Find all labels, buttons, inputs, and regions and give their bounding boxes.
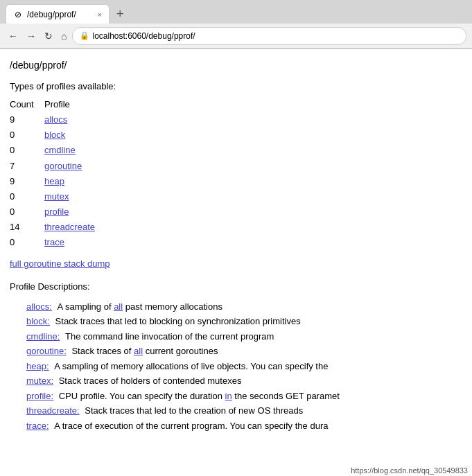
profile-count-heap: 9 xyxy=(10,174,44,189)
profile-count-cmdline: 0 xyxy=(10,143,44,158)
home-button[interactable]: ⌂ xyxy=(58,29,69,43)
desc-text-trace: A trace of execution of the current prog… xyxy=(54,421,328,431)
profile-count-threadcreate: 14 xyxy=(10,220,44,235)
types-heading: Types of profiles available: xyxy=(10,80,462,94)
forward-button[interactable]: → xyxy=(24,29,39,43)
page-title: /debug/pprof/ xyxy=(10,58,462,73)
table-row: 0 profile xyxy=(10,204,462,220)
table-row: 0 block xyxy=(10,127,462,143)
list-item: cmdline: The command line invocation of … xyxy=(26,330,462,344)
profile-count-allocs: 9 xyxy=(10,112,44,127)
tab-bar: ⊘ /debug/pprof/ × + xyxy=(0,0,472,24)
address-text: localhost:6060/debug/pprof/ xyxy=(92,31,195,41)
desc-name-heap[interactable]: heap: xyxy=(26,361,49,371)
profile-count-block: 0 xyxy=(10,127,44,143)
desc-text-threadcreate: Stack traces that led to the creation of… xyxy=(85,405,303,416)
table-row: 7 goroutine xyxy=(10,159,462,174)
desc-text-allocs: A sampling of all past memory allocation… xyxy=(57,301,222,312)
address-bar[interactable]: 🔒 localhost:6060/debug/pprof/ xyxy=(72,27,466,45)
profiles-table: Count Profile 9 allocs 0 block 0 cmdline… xyxy=(10,97,462,250)
profile-count-goroutine: 7 xyxy=(10,159,44,174)
tab-title: /debug/pprof/ xyxy=(27,10,76,19)
active-tab[interactable]: ⊘ /debug/pprof/ × xyxy=(6,4,110,24)
browser-chrome: ⊘ /debug/pprof/ × + ← → ↻ ⌂ 🔒 localhost:… xyxy=(0,0,472,49)
profile-count-profile: 0 xyxy=(10,204,44,220)
list-item: threadcreate: Stack traces that led to t… xyxy=(26,404,462,418)
desc-text-goroutine: Stack traces of all current goroutines xyxy=(71,346,218,356)
desc-text-profile: CPU profile. You can specify the duratio… xyxy=(59,391,340,401)
page-content: /debug/pprof/ Types of profiles availabl… xyxy=(0,49,472,442)
list-item: goroutine: Stack traces of all current g… xyxy=(26,344,462,358)
desc-text-heap: A sampling of memory allocations of live… xyxy=(54,361,328,371)
desc-text-block: Stack traces that led to blocking on syn… xyxy=(55,316,301,326)
desc-name-block[interactable]: block: xyxy=(26,316,50,326)
table-row: 9 heap xyxy=(10,174,462,189)
list-item: profile: CPU profile. You can specify th… xyxy=(26,389,462,403)
list-item: block: Stack traces that led to blocking… xyxy=(26,315,462,328)
count-header: Count xyxy=(10,97,44,112)
table-row: 0 cmdline xyxy=(10,143,462,158)
profile-link-cmdline[interactable]: cmdline xyxy=(44,143,76,158)
full-goroutine-dump-link[interactable]: full goroutine stack dump xyxy=(10,257,462,272)
descriptions-heading: Profile Descriptions: xyxy=(10,280,462,294)
profile-link-heap[interactable]: heap xyxy=(44,174,64,189)
profile-link-mutex[interactable]: mutex xyxy=(44,189,69,204)
table-row: 9 allocs xyxy=(10,112,462,127)
list-item: heap: A sampling of memory allocations o… xyxy=(26,360,462,373)
profile-link-threadcreate[interactable]: threadcreate xyxy=(44,220,95,235)
list-item: trace: A trace of execution of the curre… xyxy=(26,419,462,433)
new-tab-button[interactable]: + xyxy=(114,8,127,20)
lock-icon: 🔒 xyxy=(80,31,89,40)
table-row: 0 trace xyxy=(10,235,462,250)
profile-link-block[interactable]: block xyxy=(44,127,65,143)
tab-favicon: ⊘ xyxy=(13,10,23,19)
desc-name-threadcreate[interactable]: threadcreate: xyxy=(26,405,80,416)
profile-link-trace[interactable]: trace xyxy=(44,235,64,250)
table-row: 14 threadcreate xyxy=(10,220,462,235)
reload-button[interactable]: ↻ xyxy=(42,29,55,43)
profile-link-profile[interactable]: profile xyxy=(44,204,69,220)
list-item: mutex: Stack traces of holders of conten… xyxy=(26,374,462,388)
profile-count-trace: 0 xyxy=(10,235,44,250)
descriptions-list: allocs: A sampling of all past memory al… xyxy=(10,300,462,433)
nav-bar: ← → ↻ ⌂ 🔒 localhost:6060/debug/pprof/ xyxy=(0,24,472,49)
table-header-row: Count Profile xyxy=(10,97,462,112)
desc-name-trace[interactable]: trace: xyxy=(26,421,49,431)
desc-name-profile[interactable]: profile: xyxy=(26,391,53,401)
desc-name-mutex[interactable]: mutex: xyxy=(26,376,53,386)
desc-text-cmdline: The command line invocation of the curre… xyxy=(65,331,274,342)
profile-link-goroutine[interactable]: goroutine xyxy=(44,159,82,174)
desc-name-allocs[interactable]: allocs: xyxy=(26,301,52,312)
profile-count-mutex: 0 xyxy=(10,189,44,204)
desc-text-mutex: Stack traces of holders of contended mut… xyxy=(59,376,242,386)
list-item: allocs: A sampling of all past memory al… xyxy=(26,300,462,314)
desc-name-cmdline[interactable]: cmdline: xyxy=(26,331,60,342)
table-row: 0 mutex xyxy=(10,189,462,204)
back-button[interactable]: ← xyxy=(6,29,21,43)
profile-link-allocs[interactable]: allocs xyxy=(44,112,67,127)
desc-name-goroutine[interactable]: goroutine: xyxy=(26,346,67,356)
tab-close-btn[interactable]: × xyxy=(98,10,102,19)
profile-header: Profile xyxy=(44,97,70,112)
